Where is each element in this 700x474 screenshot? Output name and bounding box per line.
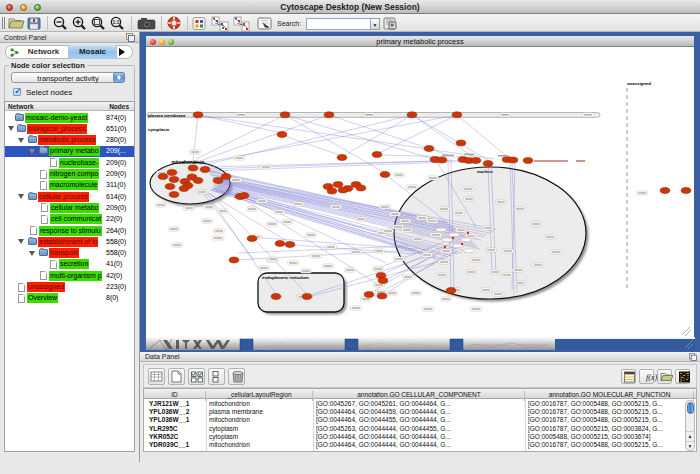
svg-text:cytoplasm: cytoplasm <box>148 127 169 132</box>
svg-text:mitochondrion: mitochondrion <box>172 160 205 165</box>
svg-text:f(x): f(x) <box>646 373 657 382</box>
svg-text:endoplasmic reticulum: endoplasmic reticulum <box>262 275 309 280</box>
svg-text:plasma membrane: plasma membrane <box>148 113 186 118</box>
svg-text:unassigned: unassigned <box>627 81 651 86</box>
svg-text:1:1: 1:1 <box>113 20 120 25</box>
